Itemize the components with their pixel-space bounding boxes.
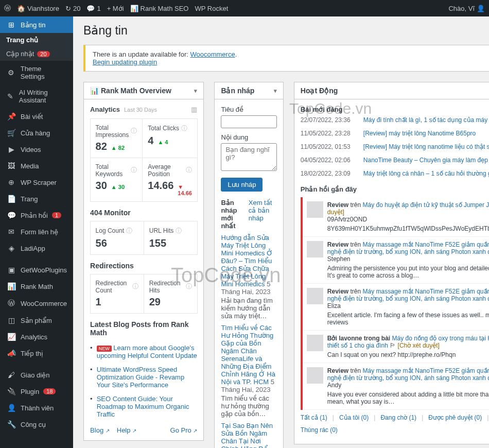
comment-post-link[interactable]: Máy massage mắt NanoTime F52E giảm quầng… bbox=[327, 288, 489, 302]
plugin-icon: ▣ bbox=[6, 266, 16, 274]
sidebar-item-scraper[interactable]: ⊕WP Scraper bbox=[0, 174, 73, 191]
sidebar-item-posts[interactable]: 📌Bài viết bbox=[0, 108, 73, 125]
ladi-icon: ◈ bbox=[6, 244, 16, 252]
wrench-icon: 🔧 bbox=[6, 420, 16, 428]
comments-link[interactable]: 💬 1 bbox=[86, 5, 100, 12]
sidebar-item-pages[interactable]: 📄Trang bbox=[0, 191, 73, 207]
sidebar-item-comments[interactable]: 💬Phản hồi 1 bbox=[0, 207, 73, 223]
sidebar-item-rankmath[interactable]: 📊Rank Math bbox=[0, 278, 73, 295]
woo-icon: Ⓦ bbox=[6, 299, 16, 308]
sidebar-item-ai[interactable]: ✎AI Writing Assistant bbox=[0, 84, 73, 108]
sidebar-item-appearance[interactable]: 🖌Giao diện bbox=[0, 367, 73, 383]
view-all-drafts-link[interactable]: Xem tất cả bản nháp bbox=[249, 199, 277, 230]
begin-update-link[interactable]: Begin updating plugin bbox=[93, 58, 157, 66]
avatar bbox=[307, 288, 323, 304]
comment-filter[interactable]: Thùng rác (0) bbox=[301, 426, 338, 434]
sidebar-item-users[interactable]: 👤Thành viên bbox=[0, 400, 73, 416]
sidebar-item-theme[interactable]: ⚙Theme Settings bbox=[0, 61, 73, 84]
user-icon: 👤 bbox=[6, 404, 16, 412]
update-notice: There is an update available for: Woocom… bbox=[83, 45, 489, 72]
draft-title-input[interactable] bbox=[221, 115, 276, 128]
rm-blog-link[interactable]: Blog ↗ bbox=[90, 426, 110, 434]
draft-content-input[interactable] bbox=[221, 143, 276, 171]
dashboard-icon: ⊞ bbox=[6, 21, 16, 29]
updates-link[interactable]: ↻ 20 bbox=[65, 5, 80, 12]
bars-icon: ▥ bbox=[191, 106, 197, 113]
chart-icon: 📊 bbox=[6, 282, 16, 290]
cart-icon: 🛒 bbox=[6, 129, 16, 137]
page-icon: 📄 bbox=[6, 195, 16, 203]
draft-link[interactable]: Hướng dẫn Sửa Máy Triệt Lông Mini Homedi… bbox=[221, 234, 273, 288]
admin-topbar: ⓦ 🏠 Vianhstore ↻ 20 💬 1 + Mới 📊 Rank Mat… bbox=[0, 0, 489, 16]
plug-icon: 🔌 bbox=[6, 387, 16, 395]
save-draft-button[interactable]: Lưu nháp bbox=[221, 178, 263, 192]
activity-panel: Hoạt Động▾ Bài mới đăng 22/07/2022, 23:3… bbox=[294, 82, 489, 444]
activity-post-link[interactable]: Máy đi tính chất là gì, 1 số tác dụng củ… bbox=[363, 116, 489, 124]
sidebar-item-getwoo[interactable]: ▣GetWooPlugins bbox=[0, 262, 73, 278]
avatar bbox=[307, 201, 323, 218]
sidebar-item-analytics[interactable]: 📈Analytics bbox=[0, 329, 73, 345]
blog-link[interactable]: Ultimate WordPress Speed Optimization Gu… bbox=[97, 366, 185, 389]
pin-icon: 📌 bbox=[6, 112, 16, 120]
activity-post-link[interactable]: NanoTime Beauty – Chuyên gia máy làm đẹp… bbox=[363, 157, 489, 164]
page-title: Bảng tin bbox=[83, 16, 489, 45]
activity-post-link[interactable]: Máy triệt lông cá nhân – 1 số câu hỏi th… bbox=[363, 170, 489, 177]
rm-pro-link[interactable]: Go Pro ↗ bbox=[170, 426, 198, 434]
sidebar-item-plugins[interactable]: 🔌Plugin 18 bbox=[0, 383, 73, 400]
ai-icon: ✎ bbox=[6, 92, 15, 100]
comment-post-link[interactable]: Máy massage mắt NanoTime F52E giảm quầng… bbox=[327, 367, 489, 382]
comment-post-link[interactable]: Máy đo huyệt áp điện tử kỹ thuật số Jump… bbox=[363, 201, 489, 209]
form-icon: ✉ bbox=[6, 228, 16, 236]
sidebar-item-dashboard[interactable]: ⊞Bảng tin bbox=[0, 16, 73, 33]
sidebar-sub-home[interactable]: Trang chủ bbox=[0, 33, 73, 47]
new-link[interactable]: + Mới bbox=[107, 5, 124, 12]
rankmath-panel: 📊 Rank Math Overview▾ AnalyticsLast 30 D… bbox=[83, 82, 204, 441]
brush-icon: 🖌 bbox=[6, 371, 16, 379]
wp-logo[interactable]: ⓦ bbox=[4, 4, 11, 13]
scraper-icon: ⊕ bbox=[6, 178, 16, 186]
comment-filter[interactable]: Của tôi (0) bbox=[339, 414, 369, 421]
user-greeting[interactable]: Chào, Vĩ 👤 bbox=[448, 5, 485, 12]
activity-post-link[interactable]: [Review] máy triệt lông Nanotime B65pro bbox=[363, 130, 476, 137]
sidebar-sub-updates[interactable]: Cập nhật 20 bbox=[0, 47, 73, 61]
media-icon: 🖼 bbox=[6, 162, 16, 170]
comment-filter[interactable]: Đang chờ (1) bbox=[380, 414, 416, 421]
sidebar-item-woo[interactable]: ⓌWooCommerce bbox=[0, 295, 73, 312]
quickdraft-panel: Bản nháp▾ Tiêu đề Nội dung Lưu nháp Bản … bbox=[214, 82, 283, 448]
marketing-icon: 📣 bbox=[6, 349, 16, 357]
wprocket-link[interactable]: WP Rocket bbox=[195, 5, 228, 12]
activity-post-link[interactable]: [Review] Máy triệt lông nanotime liệu có… bbox=[363, 143, 489, 150]
avatar bbox=[307, 241, 323, 257]
sidebar-item-shop[interactable]: 🛒Cửa hàng bbox=[0, 125, 73, 141]
video-icon: ▶ bbox=[6, 145, 16, 153]
product-icon: ◫ bbox=[6, 316, 16, 324]
comment-filter[interactable]: Được phê duyệt (0) bbox=[428, 414, 482, 421]
analytics-icon: 📈 bbox=[6, 333, 16, 341]
sidebar-item-tools[interactable]: 🔧Công cụ bbox=[0, 416, 73, 433]
admin-sidebar: ⊞Bảng tin Trang chủ Cập nhật 20 ⚙Theme S… bbox=[0, 16, 73, 448]
rankmath-link[interactable]: 📊 Rank Math SEO bbox=[130, 5, 189, 12]
chevron-down-icon: ▾ bbox=[194, 88, 197, 94]
sidebar-item-products[interactable]: ◫Sản phẩm bbox=[0, 312, 73, 329]
blog-link[interactable]: SEO Content Guide: Your Roadmap to Maxim… bbox=[97, 395, 189, 418]
notice-woo-link[interactable]: Woocommerce bbox=[190, 50, 235, 58]
draft-link[interactable]: Tại Sao Bạn Nên Sửa Bồn Ngâm Chân Tại Nơ… bbox=[221, 422, 273, 448]
sidebar-item-forms[interactable]: ✉Form liên hệ bbox=[0, 223, 73, 240]
quickdraft-header[interactable]: Bản nháp▾ bbox=[215, 82, 283, 99]
draft-link[interactable]: Tìm Hiểu về Các Hư Hỏng Thường Gặp của B… bbox=[221, 324, 275, 386]
sidebar-item-videos[interactable]: ▶Videos bbox=[0, 141, 73, 158]
avatar bbox=[307, 367, 323, 384]
activity-header[interactable]: Hoạt Động▾ bbox=[294, 82, 489, 99]
comment-filter[interactable]: Tất cả (1) bbox=[301, 414, 327, 421]
comment-icon: 💬 bbox=[6, 211, 16, 219]
rm-help-link[interactable]: Help ↗ bbox=[117, 426, 136, 434]
blog-link[interactable]: Learn more about Google's upcoming Helpf… bbox=[97, 344, 197, 359]
gear-icon: ⚙ bbox=[6, 68, 16, 77]
avatar bbox=[307, 335, 323, 351]
comment-post-link[interactable]: Máy massage mắt NanoTime F52E giảm quầng… bbox=[327, 241, 489, 255]
sidebar-item-marketing[interactable]: 📣Tiếp thị bbox=[0, 345, 73, 361]
sidebar-item-media[interactable]: 🖼Media bbox=[0, 158, 73, 174]
sidebar-item-ladi[interactable]: ◈LadiApp bbox=[0, 240, 73, 256]
site-link[interactable]: 🏠 Vianhstore bbox=[17, 5, 59, 12]
rankmath-panel-header[interactable]: 📊 Rank Math Overview▾ bbox=[84, 82, 203, 99]
